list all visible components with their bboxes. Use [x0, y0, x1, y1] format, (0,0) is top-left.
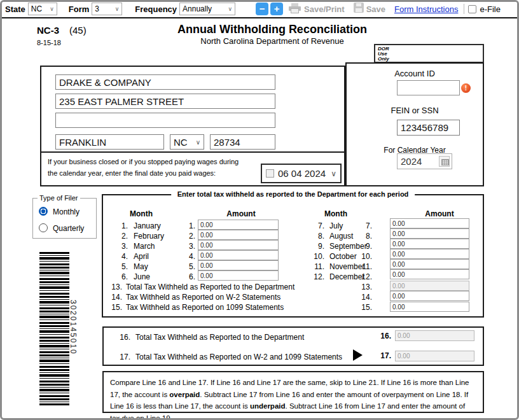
amount-input-october[interactable] — [390, 249, 469, 259]
form-number: NC-3 — [37, 25, 59, 36]
amount-row-num: 4. — [176, 252, 195, 261]
state-dropdown[interactable]: NC ∨ — [170, 134, 204, 150]
form-select[interactable]: 3 ∨ — [92, 3, 122, 15]
instructions-bold-underpaid: underpaid — [250, 402, 286, 410]
line14-label: Tax Withheld as Reported on W-2 Statemen… — [126, 293, 280, 302]
amount-row-num: 7. — [347, 221, 372, 230]
month-row-num: 4. — [109, 252, 128, 261]
month-row-num: 3. — [109, 242, 128, 251]
account-id-label: Account ID — [347, 69, 483, 78]
taxpayer-name-input[interactable] — [55, 74, 275, 90]
instructions-bold-overpaid: overpaid — [169, 391, 200, 398]
month-row-name: January — [134, 221, 161, 230]
plus-icon: + — [274, 3, 280, 14]
amount-row-num: 8. — [347, 232, 372, 241]
month-row-num: 12. — [299, 272, 324, 281]
final-wage-date-value: 06 04 2024 — [278, 168, 326, 179]
amount-input-february[interactable] — [198, 230, 279, 240]
address-line2-input[interactable] — [55, 113, 275, 128]
dor-line: Only — [378, 57, 483, 62]
line13-amount-num: 13. — [347, 283, 372, 291]
form-label: Form — [69, 4, 90, 14]
line16-amount-input — [395, 330, 474, 341]
monthly-radio[interactable] — [39, 207, 48, 216]
month-row-num: 6. — [109, 272, 128, 281]
line13-label: Total Tax Withheld as Reported to the De… — [126, 283, 294, 291]
city-input[interactable] — [55, 134, 164, 150]
line15-label: Tax Withheld as Reported on 1099 Stateme… — [126, 303, 284, 312]
id-panel: Account ID ! FEIN or SSN For Calendar Ye… — [345, 62, 484, 186]
zoom-in-button[interactable]: + — [270, 3, 283, 15]
amount-row-num: 1. — [176, 221, 195, 230]
zoom-out-button[interactable]: − — [256, 3, 268, 15]
form-instructions-link[interactable]: Form Instructions — [394, 4, 458, 14]
amount-row-num: 11. — [347, 262, 372, 271]
amount-column-header: Amount — [226, 209, 255, 218]
line16-num: 16. — [114, 333, 130, 342]
state-select-value: NC — [31, 4, 42, 13]
form-select-value: 3 — [95, 4, 99, 13]
chevron-down-icon: ∨ — [47, 6, 54, 12]
amount-input-july[interactable] — [390, 218, 469, 228]
page-title: Annual Withholding Reconciliation — [110, 23, 434, 36]
amount-input-april[interactable] — [198, 250, 279, 260]
month-row-name: May — [134, 262, 148, 271]
amount-input-august[interactable] — [390, 228, 469, 239]
amount-row-num: 6. — [176, 272, 195, 281]
line14-amount-num: 14. — [347, 293, 372, 302]
monthly-radio-label: Monthly — [53, 207, 80, 216]
amount-input-january[interactable] — [198, 220, 279, 230]
street-address-input[interactable] — [55, 94, 275, 109]
amount-input-december[interactable] — [390, 269, 469, 279]
amount-input-september[interactable] — [390, 239, 469, 249]
amount-input-may[interactable] — [198, 260, 279, 270]
line13-amount-input — [390, 281, 469, 291]
zip-input[interactable] — [210, 134, 275, 150]
amount-input-march[interactable] — [198, 240, 279, 250]
month-row-num: 8. — [299, 232, 324, 241]
quarterly-radio[interactable] — [39, 223, 48, 232]
printer-icon — [288, 3, 301, 16]
chevron-down-icon: ∨ — [331, 169, 336, 178]
account-id-input[interactable] — [397, 80, 460, 95]
fein-label: FEIN or SSN — [347, 106, 483, 115]
type-of-filer-group: Type of Filer Monthly Quarterly — [32, 198, 97, 239]
line15-num: 15. — [105, 303, 122, 312]
frequency-select[interactable]: Annually ∨ — [179, 3, 235, 15]
state-select[interactable]: NC ∨ — [28, 3, 57, 15]
month-row-num: 9. — [299, 242, 324, 251]
efile-checkbox[interactable] — [468, 5, 476, 13]
line14-amount-input[interactable] — [390, 291, 469, 301]
line14-num: 14. — [105, 293, 122, 302]
line15-amount-input[interactable] — [390, 302, 469, 312]
month-row-name: June — [134, 272, 150, 281]
dor-line: Use — [378, 52, 483, 57]
date-checkbox[interactable] — [266, 169, 274, 178]
fein-input[interactable] — [397, 120, 460, 136]
compare-instructions-box: Compare Line 16 and Line 17. If Line 16 … — [102, 371, 484, 413]
form-revision: 8-15-18 — [37, 39, 61, 46]
state-dropdown-value: NC — [174, 137, 188, 148]
type-of-filer-legend: Type of Filer — [38, 194, 80, 202]
calendar-year-field[interactable]: 2024 — [397, 153, 452, 169]
month-row-num: 1. — [109, 221, 128, 230]
closed-text-line1: If your business closed or if you stoppe… — [48, 158, 239, 165]
business-closed-box: If your business closed or if you stoppe… — [40, 151, 345, 186]
amount-input-november[interactable] — [390, 259, 469, 269]
month-row-name: February — [134, 232, 164, 241]
save-print-button[interactable]: Save/Print — [304, 4, 345, 14]
month-row-num: 5. — [109, 262, 128, 271]
line17-label: Total Tax Withheld as Reported on W-2 an… — [135, 353, 342, 361]
amount-input-june[interactable] — [198, 270, 279, 281]
save-button[interactable]: Save — [366, 4, 385, 14]
form-code: (45) — [69, 25, 86, 36]
line17-num: 17. — [114, 353, 130, 361]
nc3-form-page: State NC ∨ Form 3 ∨ Frequency Annually ∨… — [0, 0, 519, 420]
calendar-icon — [439, 156, 450, 167]
frequency-select-value: Annually — [183, 4, 212, 13]
chevron-down-icon: ∨ — [113, 6, 120, 12]
totals-box: 16. Total Tax Withheld as Reported to th… — [102, 326, 484, 366]
final-wage-date-picker[interactable]: 06 04 2024 ∨ — [261, 164, 342, 183]
barcode — [39, 252, 69, 405]
amount-row-num: 12. — [347, 272, 372, 281]
